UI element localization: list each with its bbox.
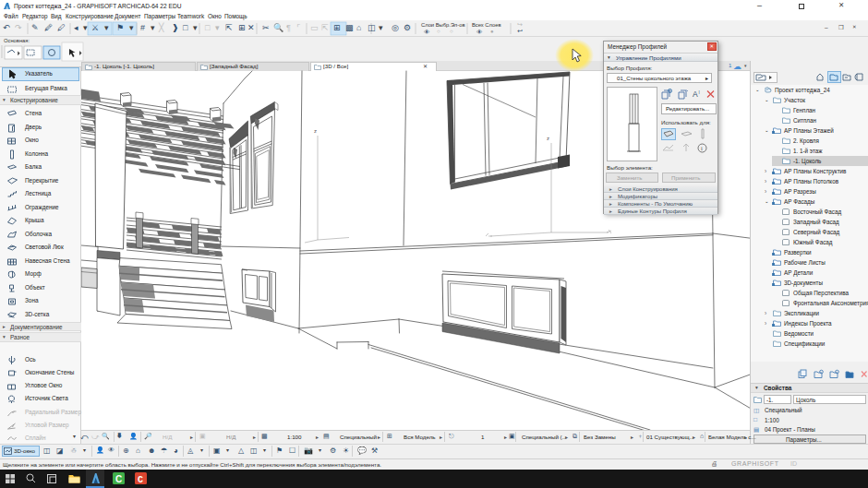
svg-text:C: C [115, 474, 122, 484]
svg-text:A: A [693, 89, 698, 99]
svg-text:i: i [701, 145, 703, 151]
svg-text:C: C [138, 475, 143, 485]
svg-text:I: I [699, 90, 700, 95]
svg-text:z: z [547, 136, 549, 141]
svg-text:z: z [314, 128, 317, 134]
